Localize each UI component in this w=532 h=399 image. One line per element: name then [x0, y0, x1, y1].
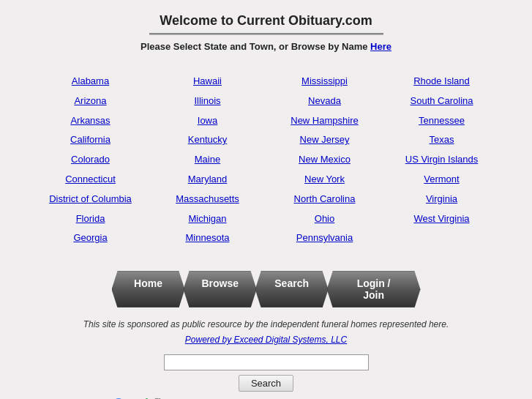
google-row: Google™ Search: [0, 396, 532, 399]
state-link[interactable]: US Virgin Islands: [405, 152, 478, 168]
state-link[interactable]: Hawaii: [193, 74, 222, 89]
google-logo: Google™: [113, 396, 160, 399]
subtitle-text: Please Select State and Town, or Browse …: [141, 41, 367, 52]
state-link[interactable]: Colorado: [71, 152, 110, 168]
state-link[interactable]: Virginia: [426, 192, 457, 207]
state-link[interactable]: California: [70, 133, 110, 148]
state-link[interactable]: District of Columbia: [49, 192, 132, 207]
login-button[interactable]: Login / Join: [327, 271, 421, 307]
search-nav-button[interactable]: Search: [255, 271, 329, 307]
nav-bar: Home Browse Search Login / Join: [113, 271, 420, 307]
state-link[interactable]: Illinois: [194, 94, 220, 109]
state-link[interactable]: New Mexico: [299, 152, 351, 168]
state-column-2: Hawaii Illinois Iowa Kentucky Maine Mary…: [149, 71, 266, 249]
search-button[interactable]: Search: [239, 375, 293, 392]
state-link[interactable]: Arkansas: [70, 113, 110, 129]
state-link[interactable]: Connecticut: [65, 172, 116, 187]
page-wrapper: Welcome to Current Obituary.com Please S…: [0, 0, 532, 399]
page-title: Welcome to Current Obituary.com: [0, 13, 532, 29]
subtitle: Please Select State and Town, or Browse …: [0, 41, 532, 52]
state-link[interactable]: South Carolina: [411, 94, 473, 109]
state-link[interactable]: Michigan: [188, 212, 226, 227]
state-link[interactable]: West Virginia: [413, 212, 469, 227]
search-box-area: [0, 354, 532, 370]
state-link[interactable]: North Carolina: [294, 192, 356, 207]
header: Welcome to Current Obituary.com Please S…: [0, 0, 532, 68]
home-button[interactable]: Home: [112, 271, 185, 307]
state-link[interactable]: Maine: [195, 152, 220, 168]
state-link[interactable]: Iowa: [198, 113, 217, 129]
state-column-4: Rhode Island South Carolina Tennessee Te…: [383, 71, 501, 249]
state-link[interactable]: Mississippi: [301, 74, 348, 89]
state-link[interactable]: Ohio: [315, 212, 334, 227]
state-link[interactable]: Arizona: [74, 94, 106, 109]
state-link[interactable]: Maryland: [188, 172, 227, 187]
state-link[interactable]: Rhode Island: [413, 74, 470, 89]
powered-by-link[interactable]: Powered by Exceed Digital Systems, LLC: [185, 335, 347, 345]
state-column-3: Mississippi Nevada New Hampshire New Jer…: [266, 71, 383, 249]
state-link[interactable]: Alabama: [72, 74, 109, 89]
state-link[interactable]: Massachusetts: [176, 192, 239, 207]
state-link[interactable]: Florida: [76, 212, 105, 227]
state-link[interactable]: Tennessee: [419, 113, 465, 129]
state-link[interactable]: Georgia: [73, 231, 107, 246]
state-link[interactable]: Vermont: [424, 172, 459, 187]
state-link[interactable]: Texas: [430, 133, 454, 148]
state-link[interactable]: Nevada: [308, 94, 341, 109]
divider: [149, 33, 383, 35]
sponsor-text: This site is sponsored as public resourc…: [0, 319, 532, 329]
state-link[interactable]: Kentucky: [188, 133, 227, 148]
search-button-row: Search: [0, 375, 532, 392]
state-link[interactable]: New York: [304, 172, 345, 187]
states-grid: Alabama Arizona Arkansas California Colo…: [32, 68, 501, 264]
browse-button[interactable]: Browse: [184, 271, 257, 307]
state-link[interactable]: New Jersey: [300, 133, 350, 148]
here-link[interactable]: Here: [370, 41, 391, 52]
state-column-1: Alabama Arizona Arkansas California Colo…: [32, 71, 149, 249]
state-link[interactable]: Pennsylvania: [296, 231, 353, 246]
search-input[interactable]: [164, 354, 369, 370]
powered-by: Powered by Exceed Digital Systems, LLC: [0, 332, 532, 346]
state-link[interactable]: Minnesota: [186, 231, 230, 246]
state-link[interactable]: New Hampshire: [291, 113, 358, 129]
